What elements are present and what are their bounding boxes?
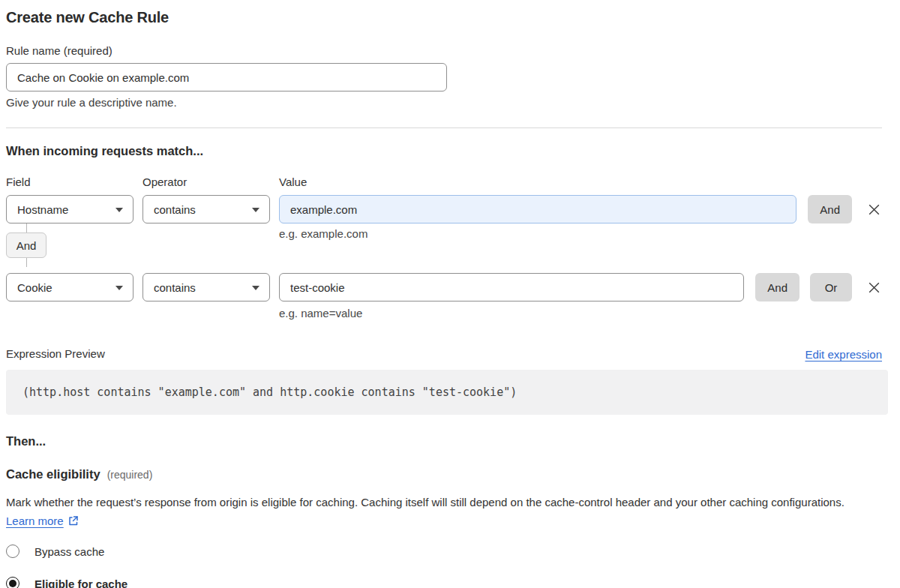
match-heading: When incoming requests match...: [6, 144, 882, 158]
radio-label-eligible: Eligible for cache: [34, 578, 128, 588]
condition-row-2: Cookie contains And Or: [6, 273, 882, 302]
radio-label-bypass: Bypass cache: [34, 545, 104, 558]
value-hint-1: e.g. example.com: [279, 227, 368, 241]
page-title: Create new Cache Rule: [6, 9, 882, 26]
caret-down-icon: [252, 286, 260, 290]
value-input-1[interactable]: [279, 195, 796, 224]
expression-preview-label: Expression Preview: [6, 347, 105, 361]
edit-expression-link[interactable]: Edit expression: [805, 348, 882, 361]
cache-eligibility-heading: Cache eligibility: [6, 467, 100, 482]
value-hint-2: e.g. name=value: [279, 307, 882, 320]
expression-preview-box: (http.host contains "example.com" and ht…: [6, 370, 888, 415]
operator-select-1[interactable]: contains: [142, 195, 270, 224]
cache-eligibility-description: Mark whether the request’s response from…: [6, 493, 876, 532]
connector-and-toggle[interactable]: And: [6, 232, 46, 258]
expression-code: (http.host contains "example.com" and ht…: [22, 386, 872, 399]
radio-option-eligible-for-cache[interactable]: Eligible for cache: [6, 577, 882, 588]
remove-condition-button-2[interactable]: [866, 273, 882, 302]
field-select-1-value: Hostname: [17, 203, 68, 216]
condition-column-labels: Field Operator Value: [6, 176, 882, 189]
expression-preview-header: Expression Preview Edit expression: [6, 347, 882, 361]
condition-connector-area: And e.g. example.com: [6, 224, 882, 267]
close-icon: [867, 280, 881, 295]
field-select-2[interactable]: Cookie: [6, 273, 134, 302]
cache-eligibility-heading-row: Cache eligibility (required): [6, 467, 882, 482]
caret-down-icon: [116, 286, 123, 290]
learn-more-link[interactable]: Learn more: [6, 514, 64, 527]
caret-down-icon: [252, 208, 260, 212]
add-and-condition-button-1[interactable]: And: [808, 195, 852, 224]
rule-name-input[interactable]: [6, 63, 447, 92]
operator-select-2-value: contains: [154, 281, 196, 294]
value-column-label: Value: [279, 176, 307, 189]
close-icon: [867, 202, 881, 217]
radio-selected-icon[interactable]: [6, 577, 20, 588]
operator-select-2[interactable]: contains: [142, 273, 270, 302]
condition-row-1: Hostname contains And: [6, 195, 882, 224]
value-input-2[interactable]: [279, 273, 744, 302]
external-link-icon: [68, 513, 79, 532]
rule-name-label: Rule name (required): [6, 44, 882, 58]
field-column-label: Field: [6, 176, 142, 189]
field-select-2-value: Cookie: [17, 281, 52, 294]
operator-select-1-value: contains: [154, 203, 196, 216]
description-text: Mark whether the request’s response from…: [6, 496, 844, 508]
add-or-condition-button-2[interactable]: Or: [810, 273, 852, 302]
radio-unselected-icon[interactable]: [6, 544, 20, 558]
operator-column-label: Operator: [142, 176, 279, 189]
caret-down-icon: [116, 208, 123, 212]
required-note: (required): [107, 469, 153, 481]
radio-option-bypass-cache[interactable]: Bypass cache: [6, 544, 882, 558]
add-and-condition-button-2[interactable]: And: [755, 273, 800, 302]
field-select-1[interactable]: Hostname: [6, 195, 134, 224]
rule-name-helper: Give your rule a descriptive name.: [6, 96, 882, 110]
then-heading: Then...: [6, 434, 882, 448]
create-cache-rule-page: Create new Cache Rule Rule name (require…: [0, 0, 894, 588]
remove-condition-button-1[interactable]: [866, 195, 882, 224]
section-divider: [6, 128, 882, 128]
